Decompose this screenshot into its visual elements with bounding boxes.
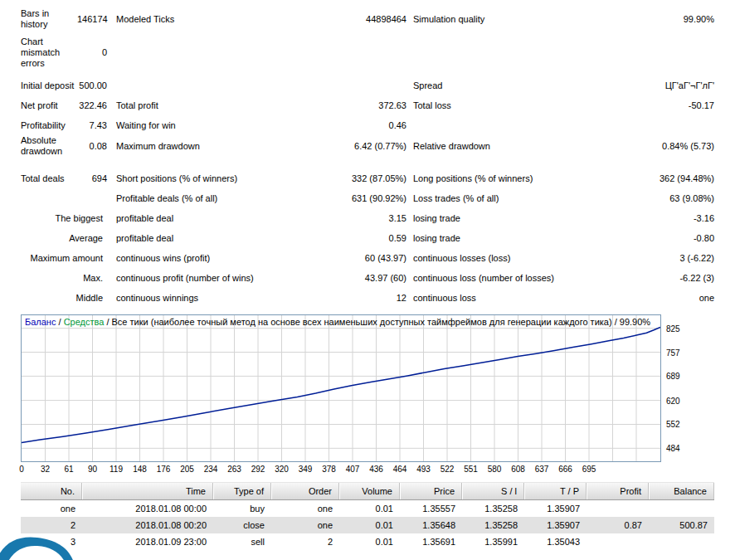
legend-balance: Баланс (25, 317, 56, 327)
stat-label: The biggest (21, 213, 110, 224)
y-tick-label: 552 (666, 420, 680, 429)
x-tick-label: 90 (88, 465, 97, 474)
cell (649, 500, 714, 517)
cell: 0.01 (339, 533, 400, 550)
column-header[interactable]: Type of (213, 483, 271, 499)
chart-legend: Баланс / Средства / Все тики (наиболее т… (25, 317, 650, 327)
stat-label: Total loss (406, 100, 606, 111)
stat-label: Total deals (21, 173, 77, 184)
x-tick-label: 637 (535, 465, 549, 474)
stats-row: The biggest profitable deal 3.15 losing … (21, 208, 714, 228)
stat-value: 0.08 (77, 141, 110, 152)
column-header[interactable]: S / l (462, 483, 524, 499)
cell: 0.01 (339, 517, 400, 533)
y-tick-label: 757 (666, 348, 680, 358)
x-tick-label: 493 (416, 465, 431, 474)
stat-value: 631 (90.92%) (309, 193, 406, 204)
stat-label: continuous wins (profit) (110, 253, 309, 264)
stats-row: Max. continuous profit (number of wins) … (21, 268, 714, 288)
stats-row: Middle continuous winnings 12 continuous… (21, 288, 714, 308)
stat-value: 694 (77, 173, 110, 184)
x-tick-label: 522 (441, 465, 455, 474)
cell: 1.35907 (524, 500, 587, 517)
cell: one (21, 500, 82, 517)
stat-label: continuous profit (number of wins) (110, 273, 309, 284)
x-tick-label: 436 (369, 465, 383, 474)
stat-value: -3.16 (606, 213, 714, 224)
column-header[interactable]: Price (400, 483, 462, 499)
stat-value: -6.22 (3) (606, 273, 714, 284)
x-tick-label: 205 (180, 465, 194, 474)
cell: one (271, 517, 339, 533)
stat-value: 0 (77, 47, 110, 58)
stat-value: -50.17 (606, 100, 714, 111)
stat-value: 322.46 (77, 100, 110, 111)
cell: 500.87 (649, 517, 714, 533)
column-header[interactable]: Volume (339, 483, 400, 499)
stat-label: Bars in history (21, 8, 77, 30)
column-header[interactable]: Profit (587, 483, 649, 499)
stat-label: Maximum amount (21, 253, 110, 264)
stats-row: Net profit 322.46 Total profit 372.63 To… (21, 95, 714, 115)
x-tick-label: 61 (64, 465, 73, 474)
stat-label: Max. (21, 273, 110, 284)
stat-value: one (606, 293, 714, 304)
stat-label: continuous loss (406, 293, 606, 304)
cell: 1.35991 (462, 533, 524, 550)
stat-value: 7.43 (77, 120, 110, 131)
stat-label: Profitable deals (% of all) (110, 193, 309, 204)
stat-label: Modeled Ticks (110, 14, 309, 25)
cell: 1.35648 (400, 517, 462, 533)
stat-label: Short positions (% of winners) (110, 173, 309, 184)
stat-value: 3 (-6.22) (606, 253, 714, 264)
y-tick-label: 689 (666, 372, 680, 381)
stat-label: profitable deal (110, 213, 309, 224)
balance-chart: Баланс / Средства / Все тики (наиболее т… (21, 314, 735, 475)
cell: 0.01 (339, 500, 400, 517)
cell: one (271, 500, 339, 517)
column-header[interactable]: No. (21, 483, 82, 499)
cell (587, 500, 649, 517)
cell: 2018.01.09 23:00 (82, 533, 213, 550)
stats-row: Chart mismatch errors 0 (21, 37, 714, 69)
stats-row: Profitable deals (% of all) 631 (90.92%)… (21, 188, 714, 208)
cell: 1.35557 (400, 500, 462, 517)
stat-value: 332 (87.05%) (309, 173, 406, 184)
stat-label: Relative drawdown (406, 141, 606, 152)
stats-row: Average profitable deal 0.59 losing trad… (21, 228, 714, 248)
column-header[interactable]: T / P (524, 483, 587, 499)
x-tick-label: 349 (299, 465, 313, 474)
cell: 2018.01.08 00:20 (82, 517, 213, 533)
stat-value: 60 (43.97) (309, 253, 406, 264)
stat-value: -0.80 (606, 233, 714, 244)
stat-label: losing trade (406, 213, 606, 224)
legend-equity: Средства (64, 317, 105, 327)
cell: 1.35258 (462, 517, 524, 533)
cell: 1.35258 (462, 500, 524, 517)
stat-label: Waiting for win (110, 120, 309, 131)
cell: 0.87 (587, 517, 649, 533)
x-tick-label: 464 (393, 465, 407, 474)
table-row[interactable]: 2 2018.01.08 00:20 close one 0.01 1.3564… (21, 517, 714, 533)
column-header[interactable]: Time (82, 483, 213, 499)
stat-value: 44898464 (309, 14, 406, 25)
stat-label: Middle (21, 293, 110, 304)
stat-label: Maximum drawdown (110, 141, 309, 152)
x-tick-label: 407 (346, 465, 360, 474)
table-row[interactable]: one 2018.01.08 00:00 buy one 0.01 1.3555… (21, 500, 714, 517)
column-header[interactable]: Balance (649, 483, 714, 499)
stat-value: 372.63 (309, 100, 406, 111)
table-row[interactable]: 3 2018.01.09 23:00 sell 2 0.01 1.35691 1… (21, 533, 714, 550)
stats-row: Maximum amount continuous wins (profit) … (21, 248, 714, 268)
trades-table: No. Time Type of Order Volume Price S / … (21, 482, 714, 550)
stat-label: continuous losses (loss) (406, 253, 606, 264)
x-tick-label: 666 (558, 465, 572, 474)
stat-value: 362 (94.48%) (606, 173, 714, 184)
stats-row: Profitability 7.43 Waiting for win 0.46 (21, 115, 714, 135)
legend-separator: / (56, 317, 63, 327)
stat-value: 146174 (77, 14, 110, 25)
stat-label: Net profit (21, 100, 77, 111)
stat-value: 0.84% (5.73) (606, 141, 714, 152)
column-header[interactable]: Order (271, 483, 339, 499)
x-tick-label: 32 (41, 465, 50, 474)
